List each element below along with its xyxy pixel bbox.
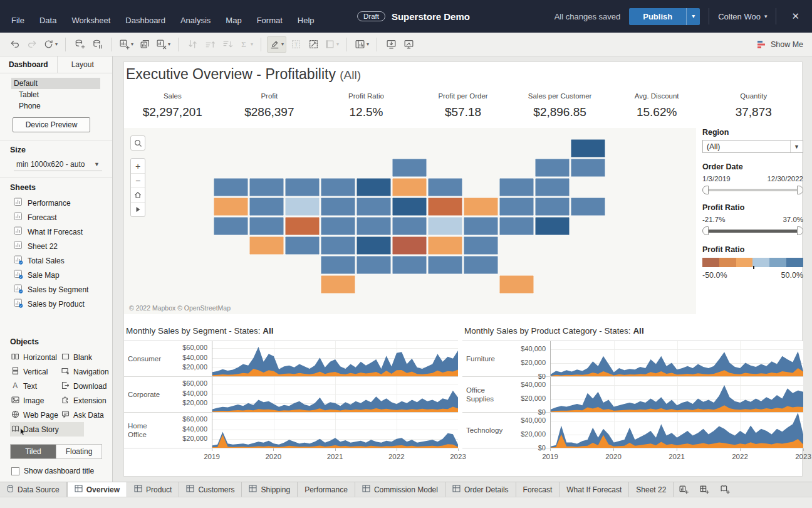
state-WA[interactable] [214, 178, 248, 196]
state-NM[interactable] [285, 236, 320, 255]
state-KS[interactable] [321, 236, 355, 255]
device-option-default[interactable]: Default [11, 78, 100, 89]
device-option-tablet[interactable]: Tablet [11, 89, 112, 100]
state-NY[interactable] [499, 178, 534, 196]
tab-layout[interactable]: Layout [57, 56, 108, 73]
menu-worksheet[interactable]: Worksheet [65, 13, 117, 28]
state-IA[interactable] [357, 198, 391, 216]
state-AR[interactable] [357, 236, 391, 255]
state-MS[interactable] [392, 256, 427, 274]
new-datasource-icon[interactable] [71, 36, 88, 53]
state-CO[interactable] [285, 217, 320, 235]
sheet-item-sales-by-product[interactable]: Sales by Product [0, 297, 112, 311]
object-web-page[interactable]: Web Page [10, 408, 60, 422]
device-option-phone[interactable]: Phone [11, 100, 112, 112]
menu-analysis[interactable]: Analysis [174, 13, 217, 28]
slider-handle-right[interactable] [797, 186, 803, 194]
state-NJ[interactable] [499, 198, 534, 216]
zoom-in-button[interactable]: + [131, 159, 145, 173]
state-WI[interactable] [392, 159, 427, 177]
new-story-tab-button[interactable] [715, 482, 736, 497]
close-button[interactable]: ✕ [785, 8, 806, 24]
area-plot[interactable] [212, 413, 458, 448]
state-LA[interactable] [357, 256, 391, 274]
state-OK[interactable] [321, 256, 355, 274]
slider-handle-left[interactable] [702, 226, 709, 235]
duplicate-sheet-icon[interactable] [137, 36, 153, 53]
state-OH[interactable] [428, 198, 462, 216]
show-hide-cards-icon[interactable]: ▾ [353, 36, 371, 53]
area-plot[interactable] [550, 341, 803, 376]
sheet-item-sheet-22[interactable]: Sheet 22 [0, 239, 112, 253]
state-DE[interactable] [535, 217, 570, 235]
area-sales[interactable] [551, 351, 803, 376]
menu-dashboard[interactable]: Dashboard [119, 13, 172, 28]
tab-order-details[interactable]: Order Details [445, 482, 516, 497]
tab-customers[interactable]: Customers [179, 482, 242, 497]
tab-forecast[interactable]: Forecast [516, 482, 560, 497]
new-worksheet-icon[interactable]: ▾ [117, 36, 135, 53]
sales-by-category-chart[interactable]: Monthly Sales by Product Category - Stat… [462, 322, 803, 477]
state-SC[interactable] [464, 236, 498, 255]
menu-format[interactable]: Format [251, 13, 289, 28]
state-VT[interactable] [535, 159, 570, 177]
download-icon[interactable] [383, 36, 399, 53]
area-plot[interactable] [550, 377, 803, 412]
area-plot[interactable] [550, 413, 803, 448]
device-preview-button[interactable]: Device Preview [13, 117, 90, 132]
us-choropleth-map[interactable] [214, 139, 606, 295]
sheet-item-what-if-forecast[interactable]: What If Forecast [0, 225, 112, 239]
state-IL[interactable] [392, 178, 427, 196]
user-menu[interactable]: Colten Woo ▾ [718, 12, 767, 21]
menu-help[interactable]: Help [291, 13, 321, 28]
state-MI[interactable] [428, 178, 462, 196]
tab-what-if-forecast[interactable]: What If Forecast [560, 482, 629, 497]
state-TX[interactable] [321, 275, 355, 294]
state-OR[interactable] [214, 198, 248, 216]
tab-shipping[interactable]: Shipping [242, 482, 298, 497]
sheet-item-forecast[interactable]: Forecast [0, 210, 112, 225]
state-CT[interactable] [535, 198, 570, 216]
map-search-button[interactable] [130, 135, 145, 151]
slider-track[interactable] [705, 230, 801, 233]
publish-button[interactable]: Publish ▾ [629, 8, 700, 25]
tab-commission-model[interactable]: Commission Model [355, 482, 445, 497]
state-NV[interactable] [249, 198, 284, 216]
state-TN[interactable] [392, 236, 427, 255]
fix-axes-icon[interactable] [305, 36, 321, 53]
undo-icon[interactable] [6, 36, 23, 53]
tab-sheet-22[interactable]: Sheet 22 [629, 482, 674, 497]
object-download[interactable]: Download [60, 379, 110, 393]
state-VA[interactable] [464, 217, 498, 235]
state-GA[interactable] [464, 256, 498, 274]
size-dropdown[interactable]: min 1000x620 - auto ▼ [14, 158, 102, 171]
slider-track[interactable] [705, 189, 801, 191]
tab-overview[interactable]: Overview [67, 482, 127, 497]
object-image[interactable]: Image [10, 393, 60, 408]
state-WY[interactable] [285, 198, 320, 216]
menu-map[interactable]: Map [219, 13, 247, 28]
pause-updates-icon[interactable] [89, 36, 105, 53]
tab-performance[interactable]: Performance [298, 482, 355, 497]
state-AZ[interactable] [249, 236, 284, 255]
object-text[interactable]: AText [10, 379, 60, 393]
state-CA[interactable] [214, 217, 248, 235]
state-WV[interactable] [428, 217, 462, 235]
sheet-item-sale-map[interactable]: Sale Map [0, 268, 112, 282]
zoom-tools-button[interactable] [131, 202, 145, 216]
tab-product[interactable]: Product [127, 482, 179, 497]
new-worksheet-tab-button[interactable] [674, 482, 694, 497]
object-blank[interactable]: Blank [60, 350, 110, 364]
publish-label[interactable]: Publish [629, 8, 686, 25]
presentation-mode-icon[interactable] [400, 36, 417, 53]
replay-icon[interactable]: ▾ [41, 36, 60, 53]
object-horizontal[interactable]: Horizontal [10, 350, 60, 364]
area-sales[interactable] [212, 391, 458, 412]
object-vertical[interactable]: Vertical [10, 364, 60, 379]
state-AL[interactable] [428, 256, 462, 274]
menu-data[interactable]: Data [33, 13, 63, 28]
menu-file[interactable]: File [5, 13, 31, 28]
show-me-button[interactable]: Show Me [757, 40, 803, 49]
sheet-item-total-sales[interactable]: Total Sales [0, 253, 112, 268]
tab-data-source[interactable]: Data Source [0, 482, 67, 497]
